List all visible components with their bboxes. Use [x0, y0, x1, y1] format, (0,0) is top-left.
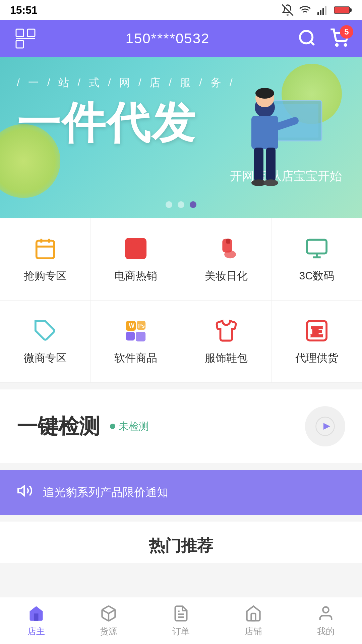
- detection-play-button[interactable]: [305, 406, 345, 446]
- svg-point-15: [345, 44, 346, 46]
- banner-dot-1[interactable]: [166, 201, 172, 208]
- svg-point-14: [336, 44, 338, 46]
- notice-bar[interactable]: 追光豹系列产品限价通知: [0, 470, 362, 515]
- category-3c[interactable]: 3C数码: [272, 218, 362, 301]
- banner-dot-3[interactable]: [190, 201, 196, 208]
- svg-rect-23: [254, 148, 263, 181]
- weishang-label: 微商专区: [24, 351, 67, 366]
- weishang-icon: [32, 317, 59, 344]
- svg-rect-44: [136, 332, 145, 341]
- status-time: 15:51: [10, 4, 38, 16]
- svg-rect-3: [320, 10, 322, 15]
- svg-point-12: [300, 31, 312, 43]
- nav-source-label: 货源: [100, 626, 117, 637]
- qianggou-icon: [32, 235, 59, 262]
- order-icon: [172, 604, 190, 623]
- scan-icon: [15, 28, 36, 49]
- status-bar: 15:51: [0, 0, 362, 20]
- dianshang-label: 电商热销: [114, 269, 157, 283]
- svg-text:邮: 邮: [129, 242, 142, 256]
- header-actions: 5: [298, 29, 349, 49]
- category-weishang[interactable]: 微商专区: [0, 301, 90, 383]
- mine-icon: [316, 604, 335, 623]
- qianggou-label: 抢购专区: [24, 269, 67, 283]
- signal-icon: [316, 4, 328, 16]
- svg-rect-11: [27, 29, 35, 37]
- fushi-icon: [213, 317, 240, 344]
- search-icon: [298, 29, 316, 47]
- cart-button[interactable]: 5: [330, 29, 349, 49]
- svg-rect-35: [226, 239, 230, 244]
- search-button[interactable]: [298, 29, 316, 49]
- nav-home[interactable]: 店主: [0, 604, 72, 637]
- nav-home-label: 店主: [27, 626, 45, 637]
- recommend-section: 热门推荐: [0, 522, 362, 563]
- svg-rect-37: [307, 240, 326, 254]
- detection-dot: [110, 424, 115, 429]
- svg-marker-51: [18, 486, 24, 495]
- nav-mine-label: 我的: [317, 626, 335, 637]
- bottom-nav: 店主 货源 订单: [0, 597, 362, 644]
- battery-icon: [334, 5, 352, 15]
- status-icons: [282, 4, 352, 16]
- detection-info: 一键检测 未检测: [17, 412, 149, 440]
- detection-status-text: 未检测: [119, 420, 149, 433]
- category-grid: 抢购专区 邮 电商热销 美妆日化: [0, 218, 362, 383]
- nav-mine[interactable]: 我的: [290, 604, 362, 637]
- category-qianggou[interactable]: 抢购专区: [0, 218, 90, 301]
- daili-icon: 正: [303, 317, 330, 344]
- daili-label: 代理供货: [295, 351, 338, 366]
- svg-text:正: 正: [311, 326, 322, 338]
- nav-order[interactable]: 订单: [145, 604, 217, 637]
- svg-text:W: W: [129, 322, 134, 329]
- detection-title: 一键检测: [17, 412, 100, 440]
- nav-store-label: 店铺: [245, 626, 262, 637]
- detection-section: 一键检测 未检测: [0, 389, 362, 463]
- svg-rect-9: [16, 41, 23, 48]
- ruanjian-label: 软件商品: [114, 351, 157, 366]
- user-phone: 150****0532: [126, 31, 210, 47]
- svg-point-20: [255, 88, 274, 99]
- source-icon: [99, 604, 118, 623]
- svg-line-13: [311, 42, 314, 45]
- cart-badge: 5: [340, 25, 353, 39]
- banner-title: 一件代发: [17, 94, 196, 153]
- banner-subtitle: / 一 / 站 / 式 / 网 / 店 / 服 / 务 /: [17, 75, 235, 90]
- meizhuang-icon: [213, 235, 240, 262]
- recommend-title: 热门推荐: [17, 535, 345, 556]
- svg-rect-27: [36, 241, 54, 259]
- 3c-icon: [303, 235, 330, 262]
- svg-text:Ps: Ps: [138, 323, 145, 329]
- svg-rect-24: [266, 148, 276, 181]
- wifi-icon: [299, 4, 311, 16]
- svg-rect-8: [16, 29, 23, 37]
- banner-dot-2[interactable]: [178, 201, 184, 208]
- category-dianshang[interactable]: 邮 电商热销: [90, 218, 181, 301]
- meizhuang-label: 美妆日化: [205, 269, 248, 283]
- svg-rect-2: [317, 12, 319, 15]
- svg-line-0: [282, 5, 293, 16]
- scan-button[interactable]: [13, 26, 38, 51]
- nav-source[interactable]: 货源: [72, 604, 145, 637]
- category-meizhuang[interactable]: 美妆日化: [181, 218, 272, 301]
- fushi-label: 服饰鞋包: [205, 351, 248, 366]
- detection-status: 未检测: [110, 420, 149, 433]
- category-fushi[interactable]: 服饰鞋包: [181, 301, 272, 383]
- svg-point-36: [224, 251, 236, 258]
- home-icon: [27, 604, 46, 623]
- category-ruanjian[interactable]: W Ps 软件商品: [90, 301, 181, 383]
- banner-illustration: [228, 80, 328, 195]
- header: 150****0532 5: [0, 20, 362, 57]
- category-daili[interactable]: 正 代理供货: [272, 301, 362, 383]
- nav-order-label: 订单: [172, 626, 190, 637]
- nav-store[interactable]: 店铺: [217, 604, 290, 637]
- svg-rect-55: [251, 613, 256, 621]
- 3c-label: 3C数码: [299, 269, 335, 283]
- svg-rect-43: [126, 332, 134, 340]
- store-icon: [244, 604, 263, 623]
- svg-rect-21: [251, 116, 278, 149]
- svg-rect-4: [322, 8, 324, 15]
- notice-icon: [17, 483, 33, 502]
- ruanjian-icon: W Ps: [122, 317, 149, 344]
- dianshang-icon: 邮: [122, 235, 149, 262]
